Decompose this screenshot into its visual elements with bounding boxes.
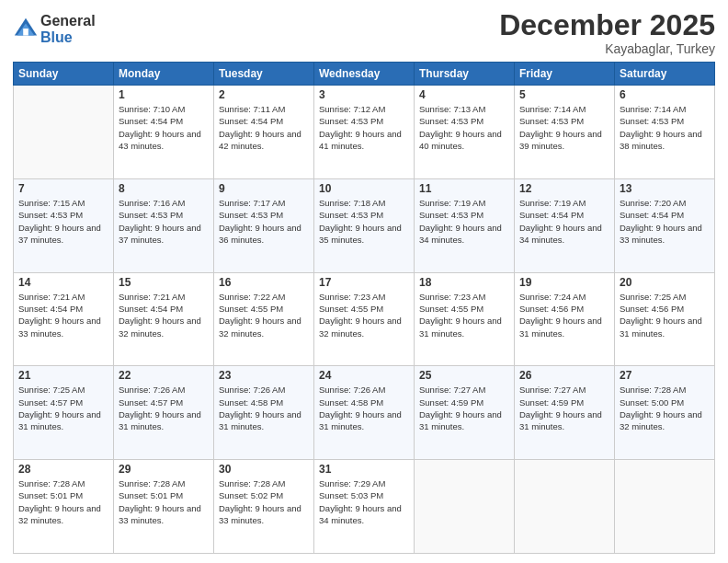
calendar-week-row: 1Sunrise: 7:10 AMSunset: 4:54 PMDaylight… [14,86,715,179]
table-row: 4Sunrise: 7:13 AMSunset: 4:53 PMDaylight… [415,86,515,179]
title-block: December 2025 Kayabaglar, Turkey [499,9,715,56]
day-number: 26 [519,369,609,382]
day-info: Sunrise: 7:26 AMSunset: 4:57 PMDaylight:… [119,384,209,432]
day-number: 24 [319,369,409,382]
calendar-week-row: 14Sunrise: 7:21 AMSunset: 4:54 PMDayligh… [14,272,715,366]
day-info: Sunrise: 7:26 AMSunset: 4:58 PMDaylight:… [219,384,309,432]
table-row: 31Sunrise: 7:29 AMSunset: 5:03 PMDayligh… [314,460,415,554]
day-number: 28 [18,463,108,476]
day-info: Sunrise: 7:11 AMSunset: 4:54 PMDaylight:… [219,103,309,152]
logo-blue-text: Blue [40,29,96,46]
table-row: 25Sunrise: 7:27 AMSunset: 4:59 PMDayligh… [415,366,515,460]
day-number: 9 [219,182,309,195]
table-row: 19Sunrise: 7:24 AMSunset: 4:56 PMDayligh… [515,272,615,366]
day-info: Sunrise: 7:26 AMSunset: 4:58 PMDaylight:… [319,384,409,432]
logo-icon [13,17,39,42]
table-row [615,460,715,554]
table-row: 16Sunrise: 7:22 AMSunset: 4:55 PMDayligh… [214,272,314,366]
table-row: 13Sunrise: 7:20 AMSunset: 4:54 PMDayligh… [615,178,715,272]
day-number: 14 [18,276,108,289]
day-number: 30 [219,463,309,476]
table-row: 29Sunrise: 7:28 AMSunset: 5:01 PMDayligh… [114,460,214,554]
day-number: 11 [419,182,509,195]
day-info: Sunrise: 7:10 AMSunset: 4:54 PMDaylight:… [119,103,209,152]
day-info: Sunrise: 7:24 AMSunset: 4:56 PMDaylight:… [519,291,609,339]
table-row: 21Sunrise: 7:25 AMSunset: 4:57 PMDayligh… [14,366,114,460]
day-info: Sunrise: 7:15 AMSunset: 4:53 PMDaylight:… [18,197,108,246]
location: Kayabaglar, Turkey [499,41,715,56]
day-info: Sunrise: 7:14 AMSunset: 4:53 PMDaylight:… [519,103,609,152]
table-row: 27Sunrise: 7:28 AMSunset: 5:00 PMDayligh… [615,366,715,460]
svg-rect-2 [23,29,28,35]
day-info: Sunrise: 7:16 AMSunset: 4:53 PMDaylight:… [119,197,209,246]
day-info: Sunrise: 7:14 AMSunset: 4:53 PMDaylight:… [620,103,710,152]
logo-general-text: General [40,13,96,29]
header-sunday: Sunday [14,63,114,86]
table-row: 23Sunrise: 7:26 AMSunset: 4:58 PMDayligh… [214,366,314,460]
day-info: Sunrise: 7:28 AMSunset: 5:01 PMDaylight:… [119,477,209,526]
table-row: 28Sunrise: 7:28 AMSunset: 5:01 PMDayligh… [14,460,114,554]
table-row [515,460,615,554]
day-number: 5 [519,88,609,101]
header: General Blue December 2025 Kayabaglar, T… [13,9,715,56]
logo: General Blue [13,13,96,45]
day-number: 6 [620,88,710,101]
calendar-week-row: 7Sunrise: 7:15 AMSunset: 4:53 PMDaylight… [14,178,715,272]
header-saturday: Saturday [615,63,715,86]
table-row: 12Sunrise: 7:19 AMSunset: 4:54 PMDayligh… [515,178,615,272]
logo-text: General Blue [40,13,96,45]
day-info: Sunrise: 7:22 AMSunset: 4:55 PMDaylight:… [219,291,309,339]
table-row [415,460,515,554]
table-row: 15Sunrise: 7:21 AMSunset: 4:54 PMDayligh… [114,272,214,366]
calendar-table: Sunday Monday Tuesday Wednesday Thursday… [13,62,715,554]
header-friday: Friday [515,63,615,86]
table-row: 14Sunrise: 7:21 AMSunset: 4:54 PMDayligh… [14,272,114,366]
day-number: 31 [319,463,409,476]
day-info: Sunrise: 7:12 AMSunset: 4:53 PMDaylight:… [319,103,409,152]
day-info: Sunrise: 7:17 AMSunset: 4:53 PMDaylight:… [219,197,309,246]
day-number: 21 [18,369,108,382]
day-number: 1 [119,88,209,101]
day-info: Sunrise: 7:20 AMSunset: 4:54 PMDaylight:… [620,197,710,246]
header-thursday: Thursday [415,63,515,86]
table-row: 26Sunrise: 7:27 AMSunset: 4:59 PMDayligh… [515,366,615,460]
table-row: 1Sunrise: 7:10 AMSunset: 4:54 PMDaylight… [114,86,214,179]
day-number: 20 [620,276,710,289]
table-row: 2Sunrise: 7:11 AMSunset: 4:54 PMDaylight… [214,86,314,179]
table-row: 5Sunrise: 7:14 AMSunset: 4:53 PMDaylight… [515,86,615,179]
header-tuesday: Tuesday [214,63,314,86]
day-number: 15 [119,276,209,289]
day-info: Sunrise: 7:21 AMSunset: 4:54 PMDaylight:… [18,291,108,339]
day-number: 18 [419,276,509,289]
table-row: 9Sunrise: 7:17 AMSunset: 4:53 PMDaylight… [214,178,314,272]
day-info: Sunrise: 7:21 AMSunset: 4:54 PMDaylight:… [119,291,209,339]
day-number: 17 [319,276,409,289]
calendar-week-row: 21Sunrise: 7:25 AMSunset: 4:57 PMDayligh… [14,366,715,460]
day-info: Sunrise: 7:23 AMSunset: 4:55 PMDaylight:… [419,291,509,339]
header-monday: Monday [114,63,214,86]
day-number: 7 [18,182,108,195]
table-row: 8Sunrise: 7:16 AMSunset: 4:53 PMDaylight… [114,178,214,272]
table-row [14,86,114,179]
day-info: Sunrise: 7:25 AMSunset: 4:56 PMDaylight:… [620,291,710,339]
day-number: 8 [119,182,209,195]
day-number: 22 [119,369,209,382]
day-info: Sunrise: 7:28 AMSunset: 5:00 PMDaylight:… [620,384,710,432]
page: General Blue December 2025 Kayabaglar, T… [0,0,728,563]
day-number: 27 [620,369,710,382]
day-number: 2 [219,88,309,101]
day-info: Sunrise: 7:25 AMSunset: 4:57 PMDaylight:… [18,384,108,432]
day-number: 25 [419,369,509,382]
table-row: 11Sunrise: 7:19 AMSunset: 4:53 PMDayligh… [415,178,515,272]
calendar-week-row: 28Sunrise: 7:28 AMSunset: 5:01 PMDayligh… [14,460,715,554]
day-info: Sunrise: 7:27 AMSunset: 4:59 PMDaylight:… [519,384,609,432]
table-row: 17Sunrise: 7:23 AMSunset: 4:55 PMDayligh… [314,272,415,366]
table-row: 18Sunrise: 7:23 AMSunset: 4:55 PMDayligh… [415,272,515,366]
day-info: Sunrise: 7:18 AMSunset: 4:53 PMDaylight:… [319,197,409,246]
day-number: 19 [519,276,609,289]
day-number: 23 [219,369,309,382]
table-row: 22Sunrise: 7:26 AMSunset: 4:57 PMDayligh… [114,366,214,460]
day-number: 12 [519,182,609,195]
day-info: Sunrise: 7:13 AMSunset: 4:53 PMDaylight:… [419,103,509,152]
table-row: 20Sunrise: 7:25 AMSunset: 4:56 PMDayligh… [615,272,715,366]
